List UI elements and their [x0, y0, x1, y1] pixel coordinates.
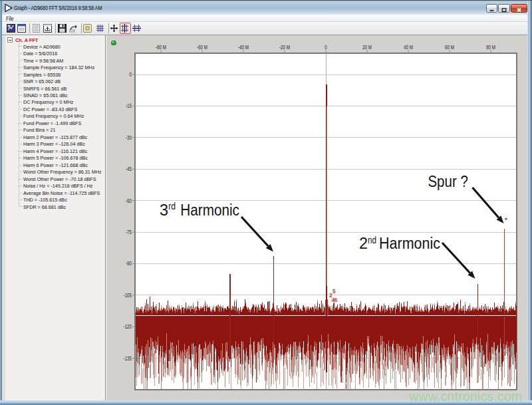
svg-text:Ch. A FFT: Ch. A FFT — [15, 37, 39, 43]
svg-text:Average Bin Noise = -114.725 d: Average Bin Noise = -114.725 dBFS — [23, 190, 100, 196]
svg-text:Harm 3 Power = -126.04 dBc: Harm 3 Power = -126.04 dBc — [23, 141, 85, 147]
svg-text:Time = 9:58:58 AM: Time = 9:58:58 AM — [23, 58, 63, 64]
svg-text:Sample Frequency = 184.32 MHz: Sample Frequency = 184.32 MHz — [23, 65, 95, 70]
svg-text:5: 5 — [332, 288, 336, 295]
svg-text:Device = AD9680: Device = AD9680 — [23, 44, 61, 50]
svg-text:-90: -90 — [126, 260, 132, 267]
svg-text:20 M: 20 M — [362, 44, 372, 51]
svg-text:60 M: 60 M — [445, 44, 454, 51]
svg-text:Fund Bins = 21: Fund Bins = 21 — [23, 127, 56, 133]
svg-text:SFDR = 68.681 dBc: SFDR = 68.681 dBc — [23, 204, 66, 210]
svg-text:-135: -135 — [124, 355, 132, 362]
svg-text:Harmonic: Harmonic — [379, 235, 440, 252]
svg-text:-80 M: -80 M — [156, 44, 166, 51]
svg-text:Worst Other Frequency = 86.31: Worst Other Frequency = 86.31 MHz — [23, 169, 102, 175]
svg-text:2: 2 — [359, 235, 368, 252]
svg-text:SINAD = 65.061 dBc: SINAD = 65.061 dBc — [23, 92, 68, 98]
svg-text:Fund Frequency = 0.64 MHz: Fund Frequency = 0.64 MHz — [23, 113, 84, 119]
svg-text:DC Frequency = 0 MHz: DC Frequency = 0 MHz — [23, 99, 74, 105]
svg-text:Harm 2 Power = -115.877 dBc: Harm 2 Power = -115.877 dBc — [23, 134, 88, 140]
svg-text:0: 0 — [130, 71, 132, 78]
svg-text:-75: -75 — [126, 229, 132, 235]
svg-text:Noise / Hz = -149.216 dBFS / H: Noise / Hz = -149.216 dBFS / Hz — [23, 183, 93, 189]
svg-text:0: 0 — [325, 44, 327, 51]
svg-text:-45: -45 — [126, 166, 132, 172]
svg-text:DC Power = -83.43 dBFS: DC Power = -83.43 dBFS — [23, 106, 78, 112]
svg-text:-60: -60 — [126, 198, 132, 204]
svg-text:3: 3 — [160, 202, 168, 219]
svg-text:Harmonic: Harmonic — [180, 202, 239, 219]
svg-text:Harm 4 Power = -116.121 dBc: Harm 4 Power = -116.121 dBc — [23, 148, 88, 154]
svg-text:-30: -30 — [126, 134, 132, 141]
svg-text:80 M: 80 M — [486, 44, 495, 51]
svg-text:Worst Other Power = -70.18 dBF: Worst Other Power = -70.18 dBFS — [23, 176, 96, 182]
svg-text:rd: rd — [168, 200, 176, 211]
svg-text:THD = -105.615 dBc: THD = -105.615 dBc — [23, 197, 67, 203]
svg-text:SNRFS = 66.561 dB: SNRFS = 66.561 dB — [23, 86, 67, 92]
svg-text:-120: -120 — [124, 323, 132, 330]
svg-text:nd: nd — [368, 234, 376, 245]
svg-text:Harm 6 Power = -121.668 dBc: Harm 6 Power = -121.668 dBc — [23, 162, 88, 168]
svg-text:-105: -105 — [124, 292, 132, 299]
svg-text:40 M: 40 M — [404, 44, 413, 51]
svg-text:-60 M: -60 M — [197, 44, 207, 51]
svg-text:SNR = 65.062 dB: SNR = 65.062 dB — [23, 78, 61, 84]
svg-text:6: 6 — [334, 297, 338, 303]
svg-text:Samples = 65536: Samples = 65536 — [23, 72, 61, 78]
svg-text:*: * — [505, 217, 507, 224]
svg-text:Fund Power = -1.499 dBFS: Fund Power = -1.499 dBFS — [23, 120, 82, 126]
svg-text:-40 M: -40 M — [238, 44, 249, 51]
svg-text:Spur ?: Spur ? — [428, 173, 468, 190]
svg-text:Harm 5 Power = -106.678 dBc: Harm 5 Power = -106.678 dBc — [23, 155, 88, 161]
svg-text:-15: -15 — [126, 102, 132, 109]
svg-text:-20 M: -20 M — [279, 44, 290, 51]
svg-text:Date = 5/6/2016: Date = 5/6/2016 — [23, 51, 57, 57]
